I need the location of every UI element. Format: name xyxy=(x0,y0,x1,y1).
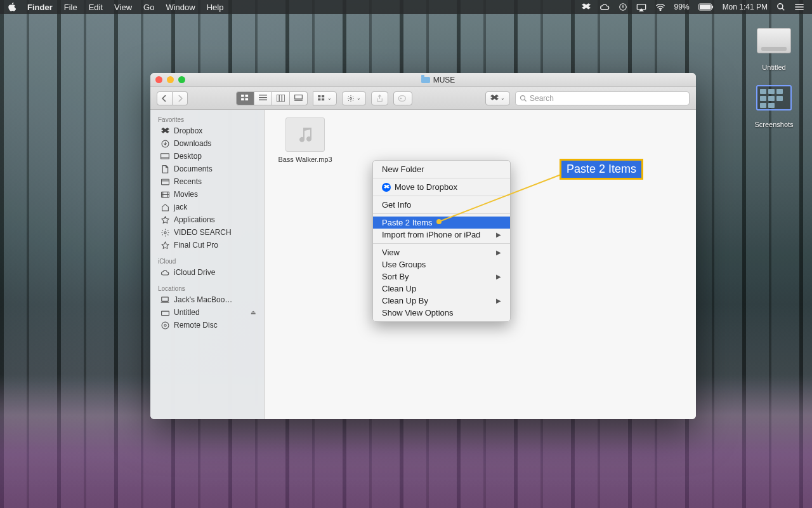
svg-rect-8 xyxy=(246,95,249,97)
dropbox-icon xyxy=(382,183,391,192)
zoom-button[interactable] xyxy=(178,76,185,83)
sidebar-item-dropbox[interactable]: Dropbox xyxy=(150,124,264,137)
ctx-paste[interactable]: Paste 2 Items xyxy=(373,217,510,229)
titlebar[interactable]: MUSE xyxy=(150,73,696,87)
context-menu: New Folder Move to Dropbox Get Info Past… xyxy=(372,160,511,322)
dropbox-menuextra-icon[interactable] xyxy=(582,3,591,11)
apple-icon[interactable] xyxy=(8,3,16,11)
sidebar-icloud-header: iCloud xyxy=(150,255,264,266)
search-placeholder: Search xyxy=(530,94,554,103)
ctx-show-view-options[interactable]: Show View Options xyxy=(373,307,510,319)
ctx-new-folder[interactable]: New Folder xyxy=(373,163,510,175)
svg-rect-9 xyxy=(241,98,244,101)
list-view-button[interactable] xyxy=(254,91,272,105)
siri-list-icon[interactable] xyxy=(794,3,804,11)
svg-rect-22 xyxy=(161,179,169,185)
wifi-icon[interactable] xyxy=(655,3,665,11)
svg-rect-13 xyxy=(322,95,324,97)
submenu-arrow-icon: ▶ xyxy=(496,231,501,238)
menu-view[interactable]: View xyxy=(114,3,132,12)
desktop-screenshots[interactable]: Screenshots xyxy=(751,83,797,128)
sidebar-item-macbook[interactable]: Jack's MacBoo… xyxy=(150,293,264,306)
svg-point-24 xyxy=(164,231,166,233)
sidebar-item-documents[interactable]: Documents xyxy=(150,163,264,175)
sidebar-item-movies[interactable]: Movies xyxy=(150,188,264,201)
ctx-view[interactable]: View▶ xyxy=(373,246,510,258)
updates-icon[interactable] xyxy=(619,3,627,11)
svg-point-27 xyxy=(162,322,169,329)
close-button[interactable] xyxy=(155,76,162,83)
back-button[interactable] xyxy=(157,91,173,105)
nav-buttons xyxy=(157,91,188,105)
svg-rect-11 xyxy=(295,95,303,98)
minimize-button[interactable] xyxy=(167,76,174,83)
toolbar: ⌄ ⌄ ⌄ Search xyxy=(150,87,696,110)
icon-view-button[interactable] xyxy=(236,91,254,105)
svg-rect-14 xyxy=(318,98,320,100)
submenu-arrow-icon: ▶ xyxy=(496,297,501,304)
menu-file[interactable]: File xyxy=(64,3,77,12)
ctx-clean-up[interactable]: Clean Up xyxy=(373,283,510,295)
ctx-move-dropbox[interactable]: Move to Dropbox xyxy=(373,181,510,193)
sidebar-item-untitled[interactable]: Untitled⏏ xyxy=(150,306,264,319)
svg-rect-17 xyxy=(398,95,405,101)
ctx-get-info[interactable]: Get Info xyxy=(373,199,510,211)
spotlight-icon[interactable] xyxy=(776,3,785,11)
menu-help[interactable]: Help xyxy=(207,3,224,12)
ctx-clean-up-by[interactable]: Clean Up By▶ xyxy=(373,295,510,307)
svg-point-16 xyxy=(350,97,352,99)
ctx-sort-by[interactable]: Sort By▶ xyxy=(373,271,510,283)
forward-button[interactable] xyxy=(173,91,188,105)
sidebar: Favorites Dropbox Downloads Desktop Docu… xyxy=(150,110,265,419)
window-title: MUSE xyxy=(433,76,455,84)
app-name[interactable]: Finder xyxy=(27,3,53,12)
sidebar-item-icloud-drive[interactable]: iCloud Drive xyxy=(150,266,264,279)
airplay-icon[interactable] xyxy=(636,3,646,11)
sidebar-item-downloads[interactable]: Downloads xyxy=(150,137,264,150)
menu-go[interactable]: Go xyxy=(143,3,154,12)
svg-rect-25 xyxy=(162,297,169,301)
column-view-button[interactable] xyxy=(272,91,290,105)
sidebar-item-video-search[interactable]: VIDEO SEARCH xyxy=(150,226,264,239)
eject-icon[interactable]: ⏏ xyxy=(251,309,256,316)
svg-point-18 xyxy=(400,98,402,99)
dropbox-toolbar-button[interactable]: ⌄ xyxy=(485,91,510,105)
clock[interactable]: Mon 1:41 PM xyxy=(723,3,768,11)
ctx-use-groups[interactable]: Use Groups xyxy=(373,258,510,271)
action-button[interactable]: ⌄ xyxy=(342,91,366,105)
search-field[interactable]: Search xyxy=(515,91,690,105)
sidebar-item-home[interactable]: jack xyxy=(150,201,264,213)
music-file-icon xyxy=(285,117,325,152)
submenu-arrow-icon: ▶ xyxy=(496,249,501,256)
sidebar-item-applications[interactable]: Applications xyxy=(150,213,264,226)
battery-percent: 99% xyxy=(674,3,690,11)
sidebar-item-desktop[interactable]: Desktop xyxy=(150,150,264,163)
ctx-import[interactable]: Import from iPhone or iPad▶ xyxy=(373,229,510,241)
svg-rect-10 xyxy=(246,98,249,101)
svg-point-28 xyxy=(164,324,166,326)
gallery-view-button[interactable] xyxy=(290,91,308,105)
menu-edit[interactable]: Edit xyxy=(89,3,103,12)
desktop-drive[interactable]: Untitled xyxy=(751,24,797,71)
submenu-arrow-icon: ▶ xyxy=(496,273,501,280)
sidebar-item-fcp[interactable]: Final Cut Pro xyxy=(150,239,264,251)
svg-point-19 xyxy=(521,95,525,100)
file-label: Bass Walker.mp3 xyxy=(273,156,337,163)
tags-button[interactable] xyxy=(393,91,412,105)
sidebar-favorites-header: Favorites xyxy=(150,114,264,124)
svg-rect-26 xyxy=(161,311,169,316)
svg-rect-7 xyxy=(241,95,244,97)
sidebar-locations-header: Locations xyxy=(150,283,264,293)
file-item[interactable]: Bass Walker.mp3 xyxy=(273,117,337,163)
share-button[interactable] xyxy=(371,91,388,105)
svg-point-6 xyxy=(778,4,783,9)
svg-rect-4 xyxy=(699,4,710,9)
battery-icon[interactable] xyxy=(698,3,714,11)
view-buttons xyxy=(236,91,308,105)
sidebar-item-remote-disc[interactable]: Remote Disc xyxy=(150,319,264,331)
sidebar-item-recents[interactable]: Recents xyxy=(150,175,264,188)
desktop-shots-label: Screenshots xyxy=(751,121,797,128)
menu-window[interactable]: Window xyxy=(166,3,195,12)
cloud-icon[interactable] xyxy=(599,3,610,11)
group-button[interactable]: ⌄ xyxy=(313,91,337,105)
